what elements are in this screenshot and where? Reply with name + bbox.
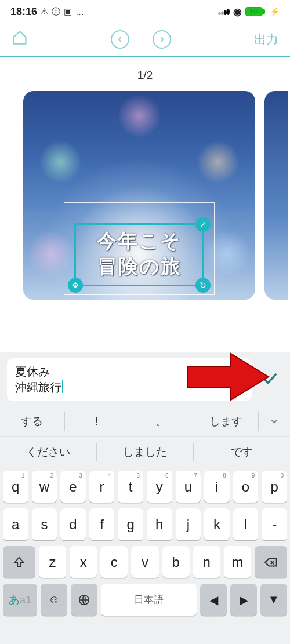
key-s[interactable]: s [32,508,57,540]
signal-icon [218,6,230,18]
canvas-page-1[interactable]: 今年こそ 冒険の旅 ⤢ ✥ ↻ [23,91,255,300]
suggestion-item[interactable]: しました [97,437,193,467]
overlay-text-line2: 冒険の旅 [78,254,200,279]
key-r[interactable]: r4 [89,471,115,503]
notif-facebook-icon: ⓕ [52,6,60,17]
redo-button[interactable] [153,30,171,49]
suggestion-item[interactable]: 。 [129,406,194,436]
key-p[interactable]: p0 [262,471,287,503]
text-caret [62,380,63,393]
key-d[interactable]: d [60,508,86,540]
arrow-right-key[interactable]: ▶ [230,584,257,616]
key-j[interactable]: j [176,508,201,540]
notif-warning-icon: ⚠ [41,6,48,17]
arrow-left-key[interactable]: ◀ [200,584,227,616]
suggestion-item[interactable]: ！ [65,406,129,436]
key--[interactable]: - [262,508,287,540]
key-o[interactable]: o9 [233,471,259,503]
key-z[interactable]: z [39,546,66,578]
key-g[interactable]: g [118,508,143,540]
key-f[interactable]: f [89,508,115,540]
key-a[interactable]: a [3,508,28,540]
suggestion-bar: する ！ 。 します ください しました です [0,406,290,467]
backspace-key[interactable] [255,546,287,578]
key-e[interactable]: e3 [60,471,86,503]
space-key[interactable]: 日本語 [101,584,197,616]
key-q[interactable]: q1 [3,471,28,503]
notif-news-icon: ▣ [64,6,72,17]
status-bar: 18:16 ⚠ ⓕ ▣ … ◉ 100 ⚡ [0,0,290,23]
keyboard: q1w2e3r4t5y6u7i8o9p0 asdfghjkl- zxcvbnm … [0,467,290,644]
key-m[interactable]: m [224,546,251,578]
charging-icon: ⚡ [270,7,280,16]
suggestion-item[interactable]: する [0,406,64,436]
page-indicator: 1/2 [0,69,290,82]
key-w[interactable]: w2 [32,471,57,503]
key-v[interactable]: v [131,546,158,578]
key-u[interactable]: u7 [176,471,201,503]
key-t[interactable]: t5 [118,471,143,503]
suggestion-item[interactable]: です [194,437,290,467]
status-time: 18:16 [10,6,37,18]
text-input[interactable]: 夏休み沖縄旅行 [7,358,252,401]
key-y[interactable]: y6 [147,471,172,503]
move-handle-icon[interactable]: ✥ [68,278,83,293]
key-k[interactable]: k [204,508,230,540]
suggestion-item[interactable]: します [194,406,259,436]
key-n[interactable]: n [193,546,220,578]
key-b[interactable]: b [162,546,190,578]
emoji-key[interactable]: ☺ [41,584,67,616]
key-c[interactable]: c [100,546,128,578]
suggestion-expand-button[interactable] [259,406,290,436]
text-overlay-box[interactable]: 今年こそ 冒険の旅 ⤢ ✥ ↻ [74,223,204,286]
home-button[interactable] [12,30,28,49]
key-x[interactable]: x [70,546,97,578]
canvas-page-2-peek[interactable] [264,91,288,300]
input-mode-key[interactable]: あa1 [3,584,37,616]
battery-icon: 100 [245,7,265,16]
globe-key[interactable] [71,584,97,616]
shift-key[interactable] [3,546,35,578]
canvas-area: 1/2 今年こそ 冒険の旅 ⤢ ✥ ↻ [0,57,290,300]
app-navbar: 出力 [0,23,290,56]
key-h[interactable]: h [147,508,172,540]
arrow-down-key[interactable]: ▼ [260,584,287,616]
key-l[interactable]: l [233,508,259,540]
resize-handle-icon[interactable]: ⤢ [195,217,211,232]
text-input-row: 夏休み沖縄旅行 [0,352,290,407]
undo-button[interactable] [111,30,129,49]
wifi-icon: ◉ [233,6,242,18]
notif-more-icon: … [75,7,84,17]
rotate-handle-icon[interactable]: ↻ [195,278,211,293]
suggestion-item[interactable]: ください [0,437,96,467]
key-i[interactable]: i8 [204,471,230,503]
confirm-check-button[interactable] [256,368,283,392]
export-button[interactable]: 出力 [254,31,278,48]
overlay-text-line1: 今年こそ [78,228,200,254]
